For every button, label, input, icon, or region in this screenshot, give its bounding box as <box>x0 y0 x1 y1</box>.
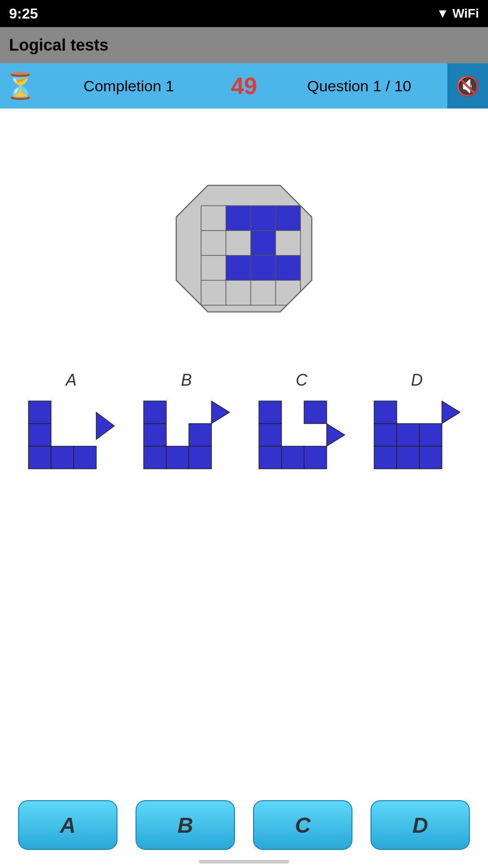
svg-rect-42 <box>259 401 282 424</box>
svg-rect-53 <box>397 446 419 469</box>
svg-marker-56 <box>442 401 460 424</box>
puzzle-figure <box>172 181 316 316</box>
options-row: A B <box>0 371 488 471</box>
option-c[interactable]: C <box>257 371 347 471</box>
svg-rect-45 <box>282 446 304 469</box>
option-b-svg <box>141 399 232 471</box>
bottom-buttons: A B C D <box>0 800 488 850</box>
option-c-label: C <box>296 371 308 390</box>
svg-rect-37 <box>144 446 166 469</box>
answer-button-b[interactable]: B <box>136 800 235 850</box>
svg-rect-32 <box>51 446 74 469</box>
sound-icon: 🔇 <box>456 75 479 97</box>
svg-rect-33 <box>74 446 96 469</box>
option-a-svg <box>26 399 117 471</box>
svg-rect-47 <box>304 446 327 469</box>
answer-button-d[interactable]: D <box>371 800 470 850</box>
option-b[interactable]: B <box>141 371 232 471</box>
svg-rect-16 <box>251 280 276 305</box>
svg-rect-4 <box>251 206 276 231</box>
svg-rect-8 <box>251 231 276 255</box>
sound-button[interactable]: 🔇 <box>447 63 488 108</box>
svg-rect-14 <box>201 280 226 305</box>
option-b-label: B <box>181 371 192 390</box>
answer-button-a[interactable]: A <box>18 800 117 850</box>
option-d[interactable]: D <box>372 371 462 471</box>
svg-rect-46 <box>304 401 327 424</box>
svg-rect-29 <box>28 401 51 424</box>
svg-rect-2 <box>201 206 226 231</box>
svg-rect-36 <box>144 424 166 446</box>
home-indicator <box>199 860 289 863</box>
svg-rect-10 <box>201 255 226 280</box>
header-row: ⏳ Completion 1 49 Question 1 / 10 🔇 <box>0 63 488 108</box>
svg-rect-51 <box>374 446 397 469</box>
svg-rect-44 <box>259 446 282 469</box>
svg-rect-31 <box>28 446 51 469</box>
option-a[interactable]: A <box>26 371 117 471</box>
completion-label: Completion 1 <box>41 77 217 95</box>
svg-rect-7 <box>226 231 251 255</box>
status-bar: 9:25 ▼ WiFi <box>0 0 488 27</box>
svg-rect-6 <box>201 231 226 255</box>
svg-rect-38 <box>166 446 189 469</box>
question-label: Question 1 / 10 <box>271 77 447 95</box>
option-d-svg <box>372 399 462 471</box>
timer-display: 49 <box>217 72 271 99</box>
svg-rect-54 <box>419 424 442 446</box>
svg-rect-11 <box>226 255 251 280</box>
svg-rect-15 <box>226 280 251 305</box>
svg-marker-48 <box>327 424 345 446</box>
svg-rect-40 <box>189 446 211 469</box>
svg-rect-52 <box>397 424 419 446</box>
svg-rect-50 <box>374 424 397 446</box>
svg-rect-43 <box>259 424 282 446</box>
svg-rect-30 <box>28 424 51 446</box>
puzzle-svg <box>172 181 316 316</box>
title-bar: Logical tests <box>0 27 488 63</box>
svg-rect-35 <box>144 401 166 424</box>
option-a-label: A <box>66 371 76 390</box>
app-title: Logical tests <box>9 36 108 55</box>
hourglass-icon: ⏳ <box>0 63 41 108</box>
svg-marker-34 <box>96 412 114 439</box>
svg-marker-41 <box>211 401 230 424</box>
svg-rect-55 <box>419 446 442 469</box>
svg-rect-39 <box>189 424 211 446</box>
svg-rect-49 <box>374 401 397 424</box>
svg-rect-12 <box>251 255 276 280</box>
answer-button-c[interactable]: C <box>253 800 352 850</box>
svg-rect-13 <box>276 255 300 280</box>
time-display: 9:25 <box>9 5 38 22</box>
main-content: A B <box>0 108 488 507</box>
svg-rect-5 <box>276 206 300 231</box>
svg-rect-3 <box>226 206 251 231</box>
option-d-label: D <box>411 371 423 390</box>
option-c-svg <box>257 399 347 471</box>
svg-rect-17 <box>276 280 300 305</box>
svg-rect-9 <box>276 231 300 255</box>
